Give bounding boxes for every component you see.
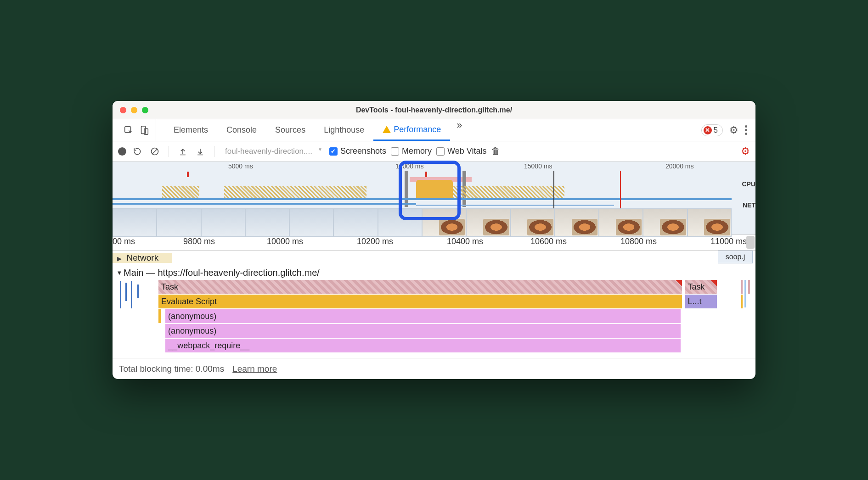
ruler-tick: 10400 ms <box>447 237 483 246</box>
titlebar: DevTools - foul-heavenly-direction.glitc… <box>113 101 755 119</box>
flame-task[interactable]: Task <box>685 280 717 294</box>
flame-layout[interactable]: L...t <box>685 295 717 308</box>
error-count-badge[interactable]: ✕ 5 <box>701 124 723 136</box>
overview-tick: 5000 ms <box>228 162 253 170</box>
tabs-overflow-button[interactable]: » <box>450 119 468 141</box>
delete-recording-icon[interactable]: 🗑 <box>491 146 500 156</box>
ruler-tick: 10600 ms <box>530 237 567 246</box>
expand-icon: ▶ <box>115 255 124 262</box>
overview-strip[interactable]: 5000 ms 10000 ms 15000 ms 20000 ms CPU N… <box>113 162 755 235</box>
recording-select[interactable]: foul-heavenly-direction.... <box>222 145 325 157</box>
summary-footer: Total blocking time: 0.00ms Learn more <box>113 358 755 379</box>
tab-lighthouse[interactable]: Lighthouse <box>315 119 373 141</box>
flame-task[interactable]: Task <box>158 280 682 294</box>
collapse-icon: ▼ <box>115 269 124 276</box>
record-button[interactable] <box>118 147 126 156</box>
highlight-callout <box>399 161 461 220</box>
window-controls <box>120 107 148 113</box>
minimize-window-button[interactable] <box>131 107 137 113</box>
panel-tabbar: Elements Console Sources Lighthouse Perf… <box>113 119 755 141</box>
performance-toolbar: foul-heavenly-direction.... Screenshots … <box>113 141 755 162</box>
overview-lane-labels: CPU NET <box>742 173 755 216</box>
ruler-tick: 9800 ms <box>183 237 215 246</box>
flame-evaluate-script[interactable]: Evaluate Script <box>158 295 682 308</box>
devtools-window: DevTools - foul-heavenly-direction.glitc… <box>113 101 755 379</box>
network-resource-chip[interactable]: soop.j <box>718 251 753 263</box>
tab-sources[interactable]: Sources <box>266 119 315 141</box>
flame-anonymous[interactable]: (anonymous) <box>165 309 680 323</box>
reload-record-button[interactable] <box>131 145 144 158</box>
overview-marker <box>187 172 189 177</box>
svg-rect-1 <box>141 126 146 134</box>
ruler-tick: 00 ms <box>113 237 135 246</box>
zoom-window-button[interactable] <box>142 107 148 113</box>
ruler-scrollbar[interactable] <box>746 236 755 249</box>
tab-elements[interactable]: Elements <box>164 119 217 141</box>
window-title: DevTools - foul-heavenly-direction.glitc… <box>113 106 755 114</box>
overview-tick: 15000 ms <box>524 162 552 170</box>
checkbox-icon <box>329 147 338 156</box>
ruler-tick: 10000 ms <box>267 237 303 246</box>
memory-checkbox[interactable]: Memory <box>391 146 432 156</box>
inspect-element-icon[interactable] <box>123 124 135 136</box>
learn-more-link[interactable]: Learn more <box>232 364 277 374</box>
tab-performance[interactable]: Performance <box>373 119 450 141</box>
total-blocking-time: Total blocking time: 0.00ms <box>119 364 224 374</box>
ruler-tick: 10800 ms <box>620 237 657 246</box>
more-menu-icon[interactable] <box>745 125 747 135</box>
save-profile-icon[interactable] <box>194 145 207 158</box>
error-icon: ✕ <box>704 126 712 134</box>
webvitals-checkbox[interactable]: Web Vitals <box>436 146 486 156</box>
time-ruler[interactable]: 00 ms 9800 ms 10000 ms 10200 ms 10400 ms… <box>113 235 755 251</box>
main-lane-header[interactable]: ▼ Main — https://foul-heavenly-direction… <box>113 265 755 280</box>
flame-anonymous[interactable]: (anonymous) <box>165 324 680 338</box>
screenshots-checkbox[interactable]: Screenshots <box>329 146 386 156</box>
network-lane-header[interactable]: ▶ Network <box>113 253 172 263</box>
checkbox-icon <box>436 147 445 156</box>
settings-gear-icon[interactable]: ⚙ <box>729 124 738 136</box>
checkbox-icon <box>391 147 399 156</box>
load-profile-icon[interactable] <box>176 145 189 158</box>
flame-chart[interactable]: ▶ Network soop.j ▼ Main — https://foul-h… <box>113 251 755 358</box>
flame-accent <box>158 309 161 323</box>
clear-button[interactable] <box>148 145 161 158</box>
flame-webpack-require[interactable]: __webpack_require__ <box>165 339 680 352</box>
overview-tick: 20000 ms <box>665 162 693 170</box>
device-toolbar-icon[interactable] <box>138 124 150 136</box>
capture-settings-gear-icon[interactable]: ⚙ <box>741 145 750 157</box>
close-window-button[interactable] <box>120 107 126 113</box>
right-slivers <box>739 280 753 358</box>
frame-ticks <box>115 280 157 358</box>
tab-console[interactable]: Console <box>217 119 266 141</box>
ruler-tick: 11000 ms <box>710 237 747 246</box>
error-count: 5 <box>714 126 718 135</box>
ruler-tick: 10200 ms <box>357 237 393 246</box>
